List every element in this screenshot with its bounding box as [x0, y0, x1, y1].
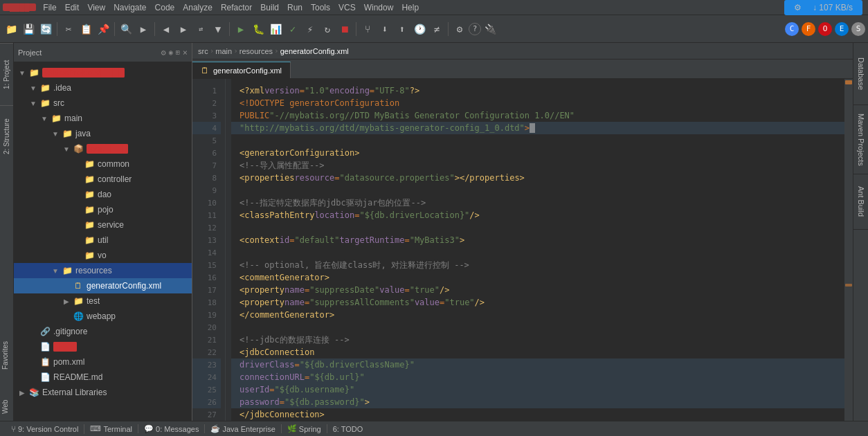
- menu-analyze[interactable]: Analyze: [179, 1, 217, 14]
- bottom-spring[interactable]: 🌿 Spring: [282, 424, 327, 433]
- side-structure-tab[interactable]: 2: Structure: [0, 105, 13, 167]
- tb-forward-btn[interactable]: ▶: [175, 21, 192, 37]
- tree-test[interactable]: ▶ 📁 test: [14, 293, 192, 309]
- tb-debug-btn[interactable]: 🐛: [250, 21, 266, 37]
- tree-main[interactable]: ▼ 📁 main: [14, 111, 192, 126]
- browser-edge[interactable]: E: [835, 22, 849, 36]
- tb-add-config-btn[interactable]: ⚡: [302, 21, 318, 37]
- panel-gear-icon[interactable]: ⚙: [161, 48, 165, 57]
- tb-find-btn[interactable]: 🔍: [118, 21, 134, 37]
- tb-back-btn[interactable]: ◀: [158, 21, 174, 37]
- tb-help-btn[interactable]: ?: [469, 23, 481, 35]
- tree-src[interactable]: ▼ 📁 src: [14, 96, 192, 111]
- breadcrumb-resources[interactable]: resources: [239, 47, 273, 55]
- scroll-indicator[interactable]: [844, 79, 853, 421]
- tb-vcs-btn[interactable]: ⑂: [359, 21, 376, 37]
- bottom-java-enterprise[interactable]: ☕ Java Enterprise: [205, 424, 281, 433]
- tb-project-btn[interactable]: 📁: [3, 21, 19, 37]
- right-panel-ant[interactable]: Ant Build: [853, 174, 868, 230]
- browser-chrome[interactable]: C: [785, 22, 799, 36]
- java-icon: ☕: [210, 424, 220, 433]
- tree-dao[interactable]: ▶ 📁 dao: [14, 187, 192, 202]
- tb-sync-btn[interactable]: 🔄: [37, 21, 54, 37]
- tab-generator-config[interactable]: 🗒 generatorConfig.xml: [192, 62, 291, 78]
- tree-util[interactable]: ▶ 📁 util: [14, 233, 192, 248]
- tree-label-webapp: webapp: [87, 311, 116, 321]
- tree-root[interactable]: ▼ 📁 E:\IdeaProjects\████: [14, 65, 192, 80]
- config-speed-button[interactable]: ⚙ ↓ 107 KB/s: [784, 0, 862, 15]
- tree-label-test: test: [87, 296, 100, 306]
- bottom-version-control[interactable]: ⑂ 9: Version Control: [6, 424, 84, 434]
- tree-service[interactable]: ▶ 📁 service: [14, 217, 192, 233]
- panel-scroll-icon[interactable]: ◉: [169, 48, 173, 56]
- tb-history-btn[interactable]: 🕐: [411, 21, 428, 37]
- breadcrumb-src[interactable]: src: [198, 47, 208, 55]
- menu-edit[interactable]: Edit: [61, 1, 84, 14]
- tb-run-btn[interactable]: ▶: [233, 21, 249, 37]
- tree-pom[interactable]: ▶ 📋 pom.xml: [14, 354, 192, 370]
- tree-gitignore[interactable]: ▶ 🔗 .gitignore: [14, 324, 192, 339]
- menu-code[interactable]: Code: [151, 1, 179, 14]
- menu-help[interactable]: Help: [397, 1, 423, 14]
- bottom-todo[interactable]: 6: TODO: [327, 425, 369, 433]
- browser-firefox[interactable]: F: [802, 22, 815, 36]
- folder-icon-src: 📁: [39, 98, 51, 108]
- right-panel-maven[interactable]: Maven Projects: [853, 105, 868, 174]
- tb-commit-btn[interactable]: ⬆: [394, 21, 410, 37]
- tree-common[interactable]: ▶ 📁 common: [14, 156, 192, 172]
- panel-expand-icon[interactable]: ⊞: [176, 48, 180, 56]
- tree-idea[interactable]: ▼ 📁 .idea: [14, 80, 192, 96]
- tb-save-btn[interactable]: 💾: [20, 21, 37, 37]
- tree-redacted-file[interactable]: ▶ 📄 ████: [14, 339, 192, 354]
- tb-settings-btn[interactable]: ⚙: [451, 21, 468, 37]
- tree-pojo[interactable]: ▶ 📁 pojo: [14, 202, 192, 217]
- bottom-terminal[interactable]: ⌨ Terminal: [84, 424, 138, 433]
- tb-plugins-btn[interactable]: 🔌: [482, 21, 498, 37]
- menu-refactor[interactable]: Refactor: [217, 1, 256, 14]
- tree-resources[interactable]: ▼ 📁 resources: [14, 263, 192, 278]
- tb-profile-btn[interactable]: 📊: [267, 21, 284, 37]
- menu-view[interactable]: View: [83, 1, 109, 14]
- menu-window[interactable]: Window: [360, 1, 398, 14]
- menu-file[interactable]: File: [39, 1, 60, 14]
- tree-controller[interactable]: ▶ 📁 controller: [14, 172, 192, 187]
- tree-arrow-main: ▼: [39, 115, 50, 122]
- tree-generator-config[interactable]: ▶ 🗒 generatorConfig.xml: [14, 278, 192, 293]
- tree-webapp[interactable]: ▶ 🌐 webapp: [14, 309, 192, 324]
- right-panel-database[interactable]: Database: [853, 43, 868, 105]
- menu-tools[interactable]: Tools: [307, 1, 334, 14]
- tb-dropdown-btn[interactable]: ▼: [210, 21, 226, 37]
- bottom-messages[interactable]: 💬 0: Messages: [138, 424, 205, 433]
- tb-paste-btn[interactable]: 📌: [95, 21, 111, 37]
- side-web-tab[interactable]: Web: [0, 393, 10, 421]
- tree-readme[interactable]: ▶ 📄 README.md: [14, 370, 192, 385]
- tb-diff-btn[interactable]: ≠: [428, 21, 445, 37]
- menu-vcs[interactable]: VCS: [334, 1, 360, 14]
- tb-update-btn[interactable]: ⬇: [377, 21, 393, 37]
- tb-jump-btn[interactable]: ⇄: [192, 21, 209, 37]
- menu-navigate[interactable]: Navigate: [109, 1, 150, 14]
- side-project-tab[interactable]: 1: Project: [0, 43, 13, 105]
- breadcrumb-main[interactable]: main: [215, 47, 232, 55]
- tree-package[interactable]: ▼ 📦 com.████: [14, 141, 192, 156]
- tb-cut-btn[interactable]: ✂: [60, 21, 77, 37]
- tb-reload-btn[interactable]: ↻: [319, 21, 336, 37]
- tree-external-libs[interactable]: ▶ 📚 External Libraries: [14, 385, 192, 400]
- browser-safari[interactable]: S: [851, 22, 865, 36]
- tree-vo[interactable]: ▶ 📁 vo: [14, 248, 192, 263]
- tb-find-next[interactable]: ▶: [135, 21, 152, 37]
- tb-stop-btn[interactable]: ⏹: [336, 21, 353, 37]
- side-favorites-tab[interactable]: Favorites: [0, 331, 10, 379]
- tree-arrow-test: ▶: [61, 298, 72, 305]
- folder-icon-util: 📁: [83, 235, 96, 245]
- menu-build[interactable]: Build: [256, 1, 283, 14]
- code-editor[interactable]: <?xml version="1.0" encoding="UTF-8"?> <…: [231, 79, 844, 421]
- webapp-icon: 🌐: [72, 311, 84, 321]
- code-line-25: userId="${db.username}": [231, 383, 844, 396]
- tb-copy-btn[interactable]: 📋: [78, 21, 94, 37]
- menu-run[interactable]: Run: [283, 1, 307, 14]
- browser-opera[interactable]: O: [818, 22, 832, 36]
- tb-check-btn[interactable]: ✓: [284, 21, 301, 37]
- tree-java[interactable]: ▼ 📁 java: [14, 126, 192, 141]
- panel-close-icon[interactable]: ×: [183, 48, 188, 57]
